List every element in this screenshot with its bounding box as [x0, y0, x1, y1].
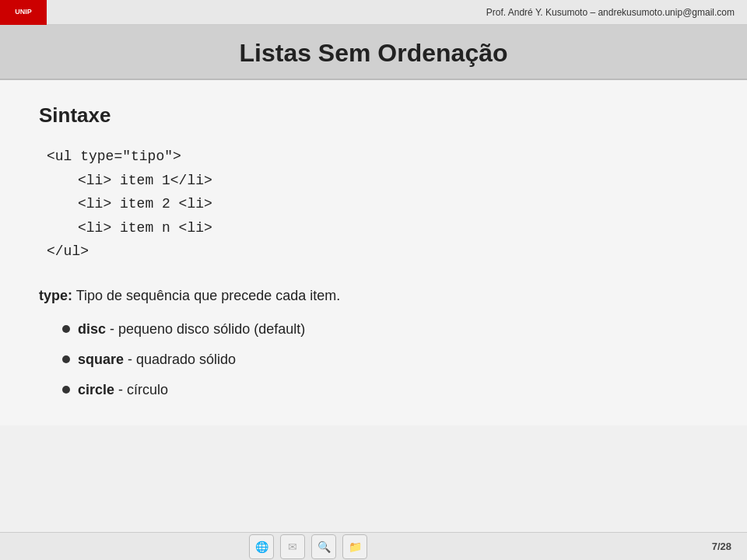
- code-line-5: </ul>: [47, 240, 708, 264]
- disc-text: - pequeno disco sólido (default): [106, 321, 305, 337]
- list-item-circle-text: circle - círculo: [78, 380, 168, 401]
- square-text: - quadrado sólido: [124, 352, 236, 367]
- bullet-dot-2: [62, 355, 70, 363]
- header-contact: Prof. André Y. Kusumoto – andrekusumoto.…: [486, 7, 735, 18]
- title-section: Listas Sem Ordenação: [0, 25, 747, 80]
- bullet-dot-3: [62, 386, 70, 394]
- description-prefix: type:: [39, 288, 72, 303]
- section-heading: Sintaxe: [39, 103, 708, 128]
- bullet-dot-1: [62, 325, 70, 333]
- circle-text: - círculo: [114, 382, 168, 397]
- list-item-square-text: square - quadrado sólido: [78, 349, 236, 370]
- code-line-3: <li> item 2 <li>: [47, 192, 708, 216]
- code-block: <ul type="tipo"> <li> item 1</li> <li> i…: [47, 145, 708, 264]
- mail-icon: ✉: [280, 534, 305, 559]
- list-item-circle: circle - círculo: [62, 380, 708, 401]
- description-body: Tipo de sequência que precede cada item.: [72, 288, 340, 303]
- description-text: type: Tipo de sequência que precede cada…: [39, 285, 708, 306]
- logo: UNIP: [0, 0, 47, 25]
- logo-text: UNIP: [15, 9, 32, 16]
- disc-bold: disc: [78, 321, 106, 337]
- code-line-2: <li> item 1</li>: [47, 169, 708, 193]
- search-icon: 🔍: [311, 534, 336, 559]
- slide-title: Listas Sem Ordenação: [239, 39, 507, 67]
- globe-icon: 🌐: [249, 534, 274, 559]
- footer: 🌐 ✉ 🔍 📁 7/28: [0, 532, 747, 560]
- list-item-square: square - quadrado sólido: [62, 349, 708, 370]
- bullet-list: disc - pequeno disco sólido (default) sq…: [62, 319, 708, 401]
- folder-icon: 📁: [342, 534, 367, 559]
- square-bold: square: [78, 352, 124, 367]
- circle-bold: circle: [78, 382, 114, 397]
- list-item-disc-text: disc - pequeno disco sólido (default): [78, 319, 305, 340]
- code-line-4: <li> item n <li>: [47, 216, 708, 240]
- footer-icons: 🌐 ✉ 🔍 📁: [249, 534, 367, 559]
- main-content: Sintaxe <ul type="tipo"> <li> item 1</li…: [0, 80, 747, 425]
- list-item-disc: disc - pequeno disco sólido (default): [62, 319, 708, 340]
- footer-page: 7/28: [712, 541, 731, 552]
- code-line-1: <ul type="tipo">: [47, 145, 708, 169]
- header-bar: UNIP Prof. André Y. Kusumoto – andrekusu…: [0, 0, 747, 25]
